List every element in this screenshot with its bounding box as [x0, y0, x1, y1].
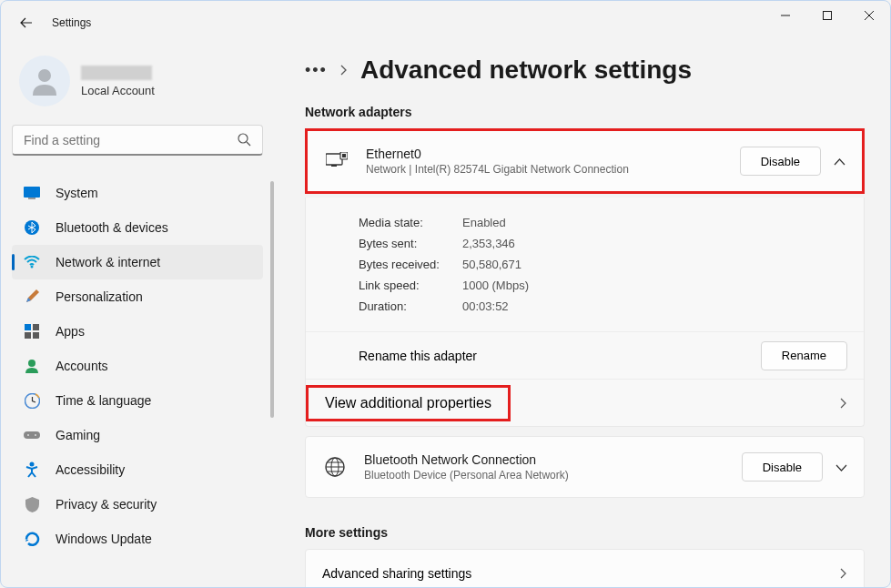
sidebar-item-apps[interactable]: Apps — [12, 314, 263, 349]
detail-value: 2,353,346 — [462, 237, 515, 250]
breadcrumb-more[interactable]: ••• — [305, 61, 328, 80]
account-icon — [23, 357, 41, 375]
minimize-icon — [781, 11, 790, 20]
sidebar-item-label: Bluetooth & devices — [56, 220, 168, 235]
svg-rect-3 — [24, 187, 40, 198]
svg-rect-18 — [331, 165, 337, 167]
detail-label: Duration: — [359, 299, 462, 313]
system-icon — [23, 184, 41, 202]
close-icon — [865, 11, 874, 20]
sidebar-item-system[interactable]: System — [12, 176, 263, 210]
shield-icon — [23, 495, 41, 513]
accessibility-icon — [23, 461, 41, 479]
wifi-icon — [23, 253, 41, 271]
svg-point-11 — [28, 360, 35, 367]
svg-rect-13 — [24, 431, 40, 439]
search-input[interactable] — [24, 133, 238, 147]
svg-rect-17 — [326, 154, 342, 165]
adapter-subtitle: Bluetooth Device (Personal Area Network) — [364, 469, 742, 482]
sidebar-item-label: Windows Update — [56, 532, 152, 546]
sidebar-item-label: Apps — [56, 324, 85, 339]
detail-label: Media state: — [359, 216, 462, 229]
sidebar-item-label: Gaming — [56, 428, 100, 442]
page-title: Advanced network settings — [360, 56, 692, 85]
detail-label: Link speed: — [359, 279, 462, 292]
collapse-toggle[interactable] — [834, 153, 845, 169]
monitor-icon — [324, 152, 349, 170]
search-box[interactable] — [12, 125, 263, 156]
detail-label: Bytes received: — [359, 258, 462, 271]
profile-name-redacted — [81, 66, 152, 80]
svg-rect-7 — [25, 324, 31, 330]
sidebar-item-gaming[interactable]: Gaming — [12, 418, 263, 452]
sidebar-item-accounts[interactable]: Accounts — [12, 349, 263, 383]
chevron-down-icon — [835, 464, 847, 471]
chevron-right-icon — [340, 65, 348, 76]
sidebar-item-label: Network & internet — [56, 255, 160, 269]
profile-subtitle: Local Account — [81, 84, 155, 97]
svg-rect-4 — [28, 198, 35, 199]
globe-icon — [322, 457, 348, 477]
svg-rect-8 — [33, 324, 39, 330]
rename-adapter-row[interactable]: Rename this adapter Rename — [306, 331, 864, 379]
brush-icon — [23, 288, 41, 306]
advanced-sharing-row[interactable]: Advanced sharing settings — [305, 549, 865, 587]
sidebar-item-bluetooth[interactable]: Bluetooth & devices — [12, 210, 263, 245]
sidebar-item-accessibility[interactable]: Accessibility — [12, 452, 263, 487]
adapter-name: Bluetooth Network Connection — [364, 452, 742, 467]
update-icon — [23, 530, 41, 548]
back-arrow-icon — [19, 15, 34, 30]
maximize-icon — [823, 11, 832, 20]
detail-value: Enabled — [462, 216, 506, 229]
sidebar-item-label: Accounts — [56, 359, 108, 373]
adapter-bluetooth[interactable]: Bluetooth Network Connection Bluetooth D… — [306, 437, 864, 497]
window-title: Settings — [52, 16, 91, 29]
sidebar-item-privacy[interactable]: Privacy & security — [12, 487, 263, 522]
svg-point-16 — [30, 462, 35, 467]
view-properties-label: View additional properties — [306, 385, 511, 421]
svg-point-15 — [35, 434, 36, 436]
svg-rect-9 — [25, 332, 31, 339]
chevron-up-icon — [834, 158, 845, 166]
rename-label: Rename this adapter — [359, 349, 761, 363]
rename-button[interactable]: Rename — [761, 341, 847, 370]
svg-rect-10 — [33, 332, 39, 339]
back-button[interactable] — [8, 5, 45, 41]
detail-value: 50,580,671 — [462, 258, 521, 271]
detail-value: 00:03:52 — [462, 299, 509, 313]
bluetooth-icon — [23, 218, 41, 237]
sidebar-item-network[interactable]: Network & internet — [12, 245, 263, 279]
svg-point-1 — [38, 69, 51, 82]
close-button[interactable] — [848, 1, 890, 30]
detail-label: Bytes sent: — [359, 237, 462, 250]
adapter-ethernet0[interactable]: Ethernet0 Network | Intel(R) 82574L Giga… — [308, 131, 862, 191]
gamepad-icon — [23, 426, 41, 444]
sidebar-item-label: System — [56, 186, 98, 200]
minimize-button[interactable] — [764, 1, 806, 30]
svg-rect-0 — [824, 12, 832, 20]
clock-icon — [23, 391, 41, 410]
advanced-sharing-label: Advanced sharing settings — [322, 566, 840, 581]
view-properties-row[interactable]: View additional properties — [306, 379, 864, 426]
svg-point-6 — [31, 266, 34, 269]
disable-button[interactable]: Disable — [740, 147, 821, 176]
sidebar-item-time[interactable]: Time & language — [12, 383, 263, 418]
section-more-header: More settings — [305, 525, 865, 540]
sidebar-item-label: Time & language — [56, 393, 151, 408]
search-icon — [238, 133, 251, 147]
expand-toggle[interactable] — [835, 459, 847, 475]
detail-value: 1000 (Mbps) — [462, 279, 529, 292]
sidebar-item-update[interactable]: Windows Update — [12, 522, 263, 556]
section-adapters-header: Network adapters — [305, 105, 865, 119]
svg-point-2 — [238, 134, 248, 143]
sidebar-item-label: Personalization — [56, 289, 143, 304]
adapter-name: Ethernet0 — [366, 147, 740, 161]
disable-button[interactable]: Disable — [742, 452, 823, 482]
avatar[interactable] — [19, 56, 70, 106]
person-icon — [28, 65, 61, 97]
maximize-button[interactable] — [806, 1, 848, 30]
sidebar-item-label: Privacy & security — [56, 497, 157, 512]
breadcrumb: ••• Advanced network settings — [305, 56, 865, 85]
sidebar-item-personalization[interactable]: Personalization — [12, 279, 263, 314]
svg-point-14 — [27, 434, 29, 436]
